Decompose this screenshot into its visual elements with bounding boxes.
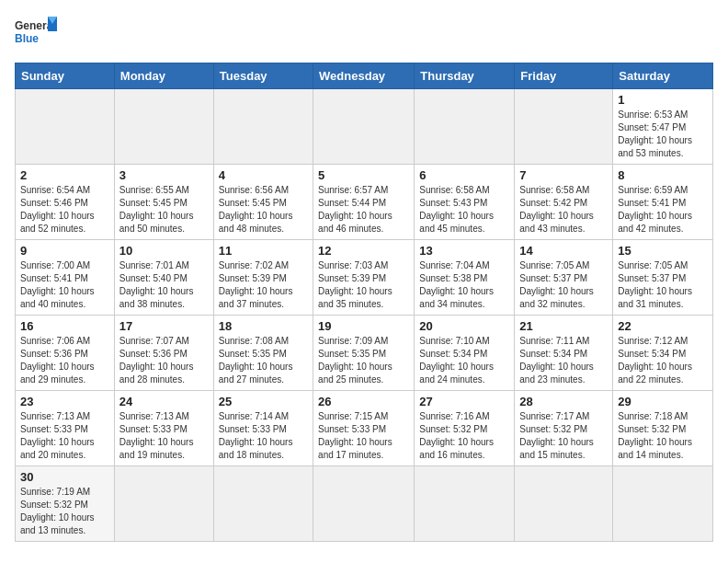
day-number: 21 (519, 319, 608, 333)
calendar-cell: 1Sunrise: 6:53 AM Sunset: 5:47 PM Daylig… (613, 89, 713, 165)
calendar-cell: 10Sunrise: 7:01 AM Sunset: 5:40 PM Dayli… (114, 240, 213, 316)
calendar-cell: 27Sunrise: 7:16 AM Sunset: 5:32 PM Dayli… (415, 391, 515, 466)
day-number: 18 (219, 319, 308, 333)
day-info: Sunrise: 6:57 AM Sunset: 5:44 PM Dayligh… (318, 184, 409, 236)
calendar-cell (313, 89, 415, 165)
day-info: Sunrise: 7:06 AM Sunset: 5:36 PM Dayligh… (20, 335, 109, 386)
day-info: Sunrise: 7:17 AM Sunset: 5:32 PM Dayligh… (519, 410, 608, 462)
day-info: Sunrise: 7:13 AM Sunset: 5:33 PM Dayligh… (119, 410, 209, 462)
calendar-cell (16, 89, 115, 165)
day-info: Sunrise: 7:03 AM Sunset: 5:39 PM Dayligh… (318, 259, 409, 311)
weekday-header-sunday: Sunday (16, 63, 115, 89)
day-info: Sunrise: 6:55 AM Sunset: 5:45 PM Dayligh… (119, 184, 209, 236)
day-info: Sunrise: 7:19 AM Sunset: 5:32 PM Dayligh… (20, 486, 109, 537)
calendar-cell (114, 466, 213, 542)
day-info: Sunrise: 7:08 AM Sunset: 5:35 PM Dayligh… (219, 335, 308, 386)
day-number: 7 (519, 168, 608, 182)
calendar-cell: 16Sunrise: 7:06 AM Sunset: 5:36 PM Dayli… (16, 316, 115, 391)
calendar-cell: 5Sunrise: 6:57 AM Sunset: 5:44 PM Daylig… (313, 165, 415, 240)
calendar-header-row: SundayMondayTuesdayWednesdayThursdayFrid… (16, 63, 713, 89)
day-info: Sunrise: 6:58 AM Sunset: 5:42 PM Dayligh… (519, 184, 608, 236)
day-info: Sunrise: 7:10 AM Sunset: 5:34 PM Dayligh… (419, 335, 509, 386)
day-number: 13 (419, 244, 509, 258)
calendar-cell: 18Sunrise: 7:08 AM Sunset: 5:35 PM Dayli… (213, 316, 313, 391)
weekday-header-saturday: Saturday (613, 63, 713, 89)
calendar-cell (213, 466, 313, 542)
day-info: Sunrise: 7:12 AM Sunset: 5:34 PM Dayligh… (618, 335, 708, 386)
day-number: 25 (219, 395, 308, 408)
calendar-cell: 6Sunrise: 6:58 AM Sunset: 5:43 PM Daylig… (415, 165, 515, 240)
logo: General Blue (15, 15, 61, 53)
day-number: 27 (419, 395, 509, 408)
day-number: 19 (318, 319, 409, 333)
calendar-cell: 24Sunrise: 7:13 AM Sunset: 5:33 PM Dayli… (114, 391, 213, 466)
day-number: 9 (20, 244, 109, 258)
day-number: 22 (618, 319, 708, 333)
calendar-cell (415, 89, 515, 165)
calendar-week-row: 16Sunrise: 7:06 AM Sunset: 5:36 PM Dayli… (16, 316, 713, 391)
calendar-week-row: 2Sunrise: 6:54 AM Sunset: 5:46 PM Daylig… (16, 165, 713, 240)
day-number: 2 (20, 168, 109, 182)
calendar-cell (515, 466, 613, 542)
calendar-cell: 3Sunrise: 6:55 AM Sunset: 5:45 PM Daylig… (114, 165, 213, 240)
day-number: 11 (219, 244, 308, 258)
day-number: 8 (618, 168, 708, 182)
calendar-cell: 20Sunrise: 7:10 AM Sunset: 5:34 PM Dayli… (415, 316, 515, 391)
calendar-cell: 26Sunrise: 7:15 AM Sunset: 5:33 PM Dayli… (313, 391, 415, 466)
day-number: 4 (219, 168, 308, 182)
day-info: Sunrise: 7:11 AM Sunset: 5:34 PM Dayligh… (519, 335, 608, 386)
page-header: General Blue (15, 15, 713, 53)
calendar-cell: 25Sunrise: 7:14 AM Sunset: 5:33 PM Dayli… (213, 391, 313, 466)
weekday-header-monday: Monday (114, 63, 213, 89)
day-number: 3 (119, 168, 209, 182)
calendar-cell: 8Sunrise: 6:59 AM Sunset: 5:41 PM Daylig… (613, 165, 713, 240)
day-number: 15 (618, 244, 708, 258)
calendar-cell: 2Sunrise: 6:54 AM Sunset: 5:46 PM Daylig… (16, 165, 115, 240)
calendar-cell: 7Sunrise: 6:58 AM Sunset: 5:42 PM Daylig… (515, 165, 613, 240)
calendar-cell: 28Sunrise: 7:17 AM Sunset: 5:32 PM Dayli… (515, 391, 613, 466)
day-info: Sunrise: 6:54 AM Sunset: 5:46 PM Dayligh… (20, 184, 109, 236)
calendar-cell (114, 89, 213, 165)
day-info: Sunrise: 7:14 AM Sunset: 5:33 PM Dayligh… (219, 410, 308, 462)
weekday-header-thursday: Thursday (415, 63, 515, 89)
day-number: 28 (519, 395, 608, 408)
calendar-table: SundayMondayTuesdayWednesdayThursdayFrid… (15, 63, 713, 542)
day-number: 20 (419, 319, 509, 333)
calendar-week-row: 9Sunrise: 7:00 AM Sunset: 5:41 PM Daylig… (16, 240, 713, 316)
day-info: Sunrise: 7:00 AM Sunset: 5:41 PM Dayligh… (20, 259, 109, 311)
day-info: Sunrise: 7:18 AM Sunset: 5:32 PM Dayligh… (618, 410, 708, 462)
calendar-cell: 14Sunrise: 7:05 AM Sunset: 5:37 PM Dayli… (515, 240, 613, 316)
svg-text:Blue: Blue (15, 32, 39, 45)
calendar-cell (415, 466, 515, 542)
calendar-week-row: 30Sunrise: 7:19 AM Sunset: 5:32 PM Dayli… (16, 466, 713, 542)
weekday-header-wednesday: Wednesday (313, 63, 415, 89)
calendar-cell: 17Sunrise: 7:07 AM Sunset: 5:36 PM Dayli… (114, 316, 213, 391)
calendar-cell: 21Sunrise: 7:11 AM Sunset: 5:34 PM Dayli… (515, 316, 613, 391)
day-info: Sunrise: 7:02 AM Sunset: 5:39 PM Dayligh… (219, 259, 308, 311)
day-number: 24 (119, 395, 209, 408)
calendar-cell: 30Sunrise: 7:19 AM Sunset: 5:32 PM Dayli… (16, 466, 115, 542)
calendar-cell: 12Sunrise: 7:03 AM Sunset: 5:39 PM Dayli… (313, 240, 415, 316)
calendar-cell (613, 466, 713, 542)
day-info: Sunrise: 7:05 AM Sunset: 5:37 PM Dayligh… (519, 259, 608, 311)
calendar-cell: 4Sunrise: 6:56 AM Sunset: 5:45 PM Daylig… (213, 165, 313, 240)
day-number: 12 (318, 244, 409, 258)
day-info: Sunrise: 7:13 AM Sunset: 5:33 PM Dayligh… (20, 410, 109, 462)
day-number: 10 (119, 244, 209, 258)
day-info: Sunrise: 6:53 AM Sunset: 5:47 PM Dayligh… (618, 109, 708, 160)
day-number: 23 (20, 395, 109, 408)
calendar-cell: 13Sunrise: 7:04 AM Sunset: 5:38 PM Dayli… (415, 240, 515, 316)
day-info: Sunrise: 7:01 AM Sunset: 5:40 PM Dayligh… (119, 259, 209, 311)
day-number: 26 (318, 395, 409, 408)
weekday-header-friday: Friday (515, 63, 613, 89)
day-info: Sunrise: 7:15 AM Sunset: 5:33 PM Dayligh… (318, 410, 409, 462)
day-number: 6 (419, 168, 509, 182)
calendar-week-row: 23Sunrise: 7:13 AM Sunset: 5:33 PM Dayli… (16, 391, 713, 466)
day-info: Sunrise: 7:05 AM Sunset: 5:37 PM Dayligh… (618, 259, 708, 311)
day-number: 17 (119, 319, 209, 333)
weekday-header-tuesday: Tuesday (213, 63, 313, 89)
calendar-cell: 22Sunrise: 7:12 AM Sunset: 5:34 PM Dayli… (613, 316, 713, 391)
calendar-cell: 19Sunrise: 7:09 AM Sunset: 5:35 PM Dayli… (313, 316, 415, 391)
day-number: 30 (20, 470, 109, 484)
logo-svg: General Blue (15, 15, 61, 53)
